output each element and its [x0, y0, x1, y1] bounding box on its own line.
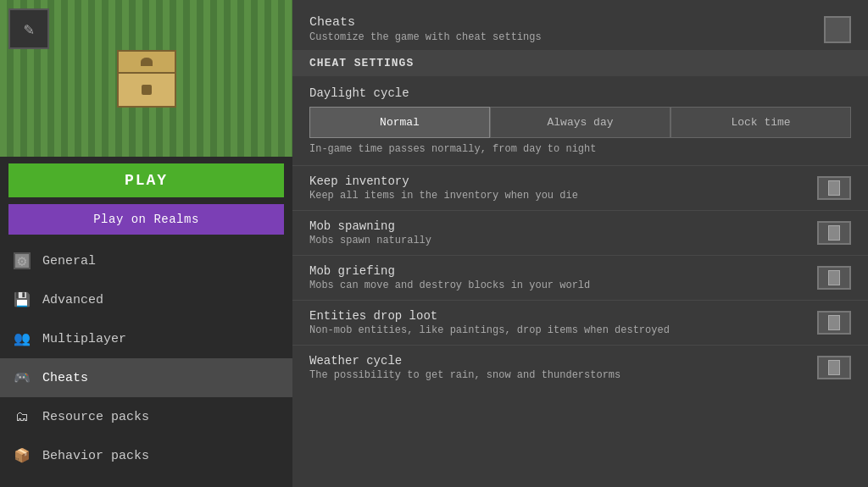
cheats-title: Cheats — [309, 15, 542, 30]
multiplayer-icon — [12, 329, 32, 349]
mob-griefing-toggle-inner — [828, 270, 840, 285]
keep-inventory-desc: Keep all items in the inventory when you… — [309, 190, 578, 202]
world-chest — [117, 50, 176, 108]
resource-packs-icon — [12, 407, 32, 427]
sidebar-item-label-advanced: Advanced — [42, 293, 103, 307]
sidebar: ✎ PLAY Play on Realms General Advanced M… — [0, 0, 292, 487]
sidebar-item-behavior-packs[interactable]: Behavior packs — [0, 436, 292, 475]
sidebar-item-label-general: General — [42, 254, 96, 268]
keep-inventory-name: Keep inventory — [309, 174, 578, 188]
sidebar-item-label-multiplayer: Multiplayer — [42, 332, 126, 346]
weather-cycle-name: Weather cycle — [309, 354, 620, 368]
mob-spawning-toggle-inner — [828, 225, 840, 241]
mob-spawning-name: Mob spawning — [309, 219, 431, 233]
sidebar-item-label-cheats: Cheats — [42, 371, 88, 385]
setting-entities-drop-loot: Entities drop loot Non-mob entities, lik… — [292, 300, 868, 345]
sidebar-item-cheats[interactable]: Cheats — [0, 358, 292, 397]
entities-drop-loot-toggle[interactable] — [817, 311, 851, 335]
nav-list: General Advanced Multiplayer Cheats Reso… — [0, 241, 292, 487]
cheat-settings-label: CHEAT SETTINGS — [292, 50, 868, 76]
setting-weather-cycle: Weather cycle The possibility to get rai… — [292, 345, 868, 390]
behavior-packs-icon — [12, 445, 32, 466]
chest-top — [117, 50, 176, 74]
keep-inventory-info: Keep inventory Keep all items in the inv… — [309, 174, 578, 202]
keep-inventory-toggle[interactable] — [817, 176, 851, 200]
entities-drop-loot-name: Entities drop loot — [309, 309, 670, 323]
setting-mob-spawning: Mob spawning Mobs spawn naturally — [292, 210, 868, 255]
weather-cycle-info: Weather cycle The possibility to get rai… — [309, 354, 620, 381]
sidebar-item-general[interactable]: General — [0, 241, 292, 280]
cheats-header-info: Cheats Customize the game with cheat set… — [309, 15, 542, 43]
entities-drop-loot-desc: Non-mob entities, like paintings, drop i… — [309, 324, 670, 336]
edit-icon: ✎ — [24, 19, 34, 40]
daylight-cycle-section: Daylight cycle Normal Always day Lock ti… — [292, 76, 868, 165]
daylight-lock-time-btn[interactable]: Lock time — [670, 107, 851, 138]
daylight-buttons: Normal Always day Lock time — [309, 107, 851, 138]
general-icon — [12, 251, 32, 271]
mob-spawning-toggle[interactable] — [817, 221, 851, 245]
mob-spawning-info: Mob spawning Mobs spawn naturally — [309, 219, 431, 246]
world-edit-icon: ✎ — [8, 8, 49, 49]
weather-cycle-toggle-inner — [828, 360, 840, 375]
cheats-master-toggle[interactable] — [824, 16, 851, 43]
cheats-description: Customize the game with cheat settings — [309, 31, 542, 43]
mob-griefing-name: Mob griefing — [309, 264, 590, 278]
setting-mob-griefing: Mob griefing Mobs can move and destroy b… — [292, 255, 868, 300]
entities-drop-loot-toggle-inner — [828, 315, 840, 330]
mob-griefing-info: Mob griefing Mobs can move and destroy b… — [309, 264, 590, 291]
mob-spawning-desc: Mobs spawn naturally — [309, 235, 431, 246]
entities-drop-loot-info: Entities drop loot Non-mob entities, lik… — [309, 309, 670, 336]
cheats-icon — [12, 368, 32, 388]
keep-inventory-toggle-inner — [828, 180, 840, 196]
setting-keep-inventory: Keep inventory Keep all items in the inv… — [292, 165, 868, 210]
sidebar-item-multiplayer[interactable]: Multiplayer — [0, 319, 292, 358]
play-realms-button[interactable]: Play on Realms — [8, 204, 284, 235]
advanced-icon — [12, 290, 32, 310]
sidebar-item-resource-packs[interactable]: Resource packs — [0, 397, 292, 436]
sidebar-item-advanced[interactable]: Advanced — [0, 280, 292, 319]
daylight-normal-btn[interactable]: Normal — [309, 107, 490, 138]
sidebar-item-label-resource-packs: Resource packs — [42, 410, 149, 424]
weather-cycle-desc: The possibility to get rain, snow and th… — [309, 369, 620, 381]
world-preview: ✎ — [0, 0, 292, 157]
daylight-label: Daylight cycle — [309, 86, 851, 100]
cheats-section-header: Cheats Customize the game with cheat set… — [292, 0, 868, 50]
chest-bottom — [117, 74, 176, 108]
mob-griefing-desc: Mobs can move and destroy blocks in your… — [309, 279, 590, 291]
play-button[interactable]: PLAY — [8, 163, 284, 197]
chest-lock — [142, 85, 152, 95]
sidebar-item-label-behavior-packs: Behavior packs — [42, 449, 149, 463]
mob-griefing-toggle[interactable] — [817, 266, 851, 290]
content-panel: Cheats Customize the game with cheat set… — [292, 0, 868, 487]
daylight-always-day-btn[interactable]: Always day — [490, 107, 670, 138]
weather-cycle-toggle[interactable] — [817, 356, 851, 379]
daylight-hint: In-game time passes normally, from day t… — [309, 143, 851, 155]
